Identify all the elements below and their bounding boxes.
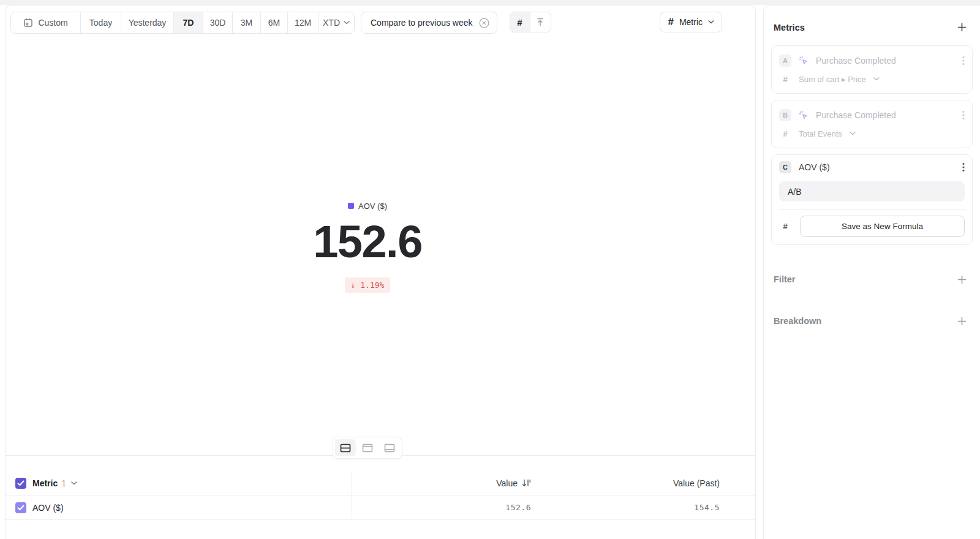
select-all-checkbox[interactable]	[15, 478, 26, 489]
aggregation-dropdown[interactable]: # Total Events	[779, 128, 965, 139]
aggregation-label: Total Events	[799, 129, 842, 138]
metric-options-icon[interactable]	[962, 56, 965, 66]
event-icon	[799, 110, 809, 120]
save-as-new-formula-button[interactable]: Save as New Formula	[800, 216, 965, 237]
remove-compare-icon[interactable]	[478, 17, 490, 29]
metrics-title: Metrics	[774, 23, 805, 32]
value-past-column-header[interactable]: Value (Past)	[673, 478, 720, 488]
hash-icon: #	[779, 222, 791, 231]
compare-chip-label: Compare to previous week	[371, 18, 473, 28]
layout-chart-only-button[interactable]	[357, 439, 378, 456]
layout-switcher	[333, 437, 402, 459]
toolbar: Custom Today Yesterday 7D 30D 3M 6M 12M …	[10, 12, 750, 34]
metric-options-icon[interactable]	[962, 162, 965, 172]
filter-section-header: Filter	[774, 272, 968, 287]
arrow-up-bar-icon	[536, 17, 545, 27]
range-30d-button[interactable]: 30D	[203, 12, 233, 33]
legend-label: AOV ($)	[358, 202, 387, 211]
chevron-down-icon[interactable]	[71, 481, 77, 485]
metric-card-c[interactable]: C AOV ($) A/B # Save as New Formula	[771, 154, 973, 245]
layout-table-only-button[interactable]	[379, 439, 400, 456]
layout-split-horizontal-button[interactable]	[335, 439, 356, 456]
metric-count: 1	[61, 478, 66, 488]
filter-title: Filter	[774, 274, 795, 284]
range-today-button[interactable]: Today	[81, 12, 121, 33]
range-6m-button[interactable]: 6M	[261, 12, 288, 33]
row-metric-name: AOV ($)	[32, 503, 64, 513]
breakdown-section-header: Breakdown	[774, 314, 968, 328]
metric-dropdown-label: Metric	[679, 17, 703, 27]
query-builder-sidebar: Metrics A Purchase Completed # Sum of ca…	[763, 5, 980, 539]
value-display-toggle: #	[510, 12, 551, 32]
add-breakdown-button[interactable]	[956, 315, 968, 327]
metric-event-name: Purchase Completed	[816, 110, 896, 120]
sort-descending-icon	[522, 479, 531, 487]
delta-badge: ↓ 1.19%	[345, 277, 391, 293]
card-divider	[779, 209, 965, 210]
metrics-section-header: Metrics	[774, 21, 968, 33]
compare-chip[interactable]: Compare to previous week	[361, 12, 497, 34]
breakdown-title: Breakdown	[774, 316, 821, 326]
table-row[interactable]: AOV ($) 152.6 154.5	[6, 496, 755, 520]
hash-icon: #	[517, 17, 522, 28]
metric-event-name: Purchase Completed	[816, 56, 896, 66]
main-panel: Custom Today Yesterday 7D 30D 3M 6M 12M …	[5, 5, 756, 539]
hash-icon: #	[779, 75, 791, 84]
metric-badge: C	[779, 161, 791, 173]
aggregation-label: Sum of cart ▸ Price	[799, 75, 866, 84]
calendar-icon	[23, 18, 33, 28]
add-metric-button[interactable]	[956, 21, 968, 33]
chevron-down-icon	[708, 20, 714, 24]
legend-color-swatch	[348, 203, 354, 209]
range-label: Custom	[38, 18, 67, 28]
add-filter-button[interactable]	[956, 274, 968, 285]
metric-card-a[interactable]: A Purchase Completed # Sum of cart ▸ Pri…	[771, 45, 973, 94]
range-7d-button[interactable]: 7D	[174, 12, 203, 33]
event-icon	[799, 56, 809, 66]
value-column-header[interactable]: Value	[496, 478, 531, 488]
chevron-down-icon	[873, 77, 880, 81]
chevron-down-icon	[344, 21, 350, 24]
chevron-down-icon	[850, 132, 856, 135]
metric-dropdown-button[interactable]: # Metric	[660, 12, 722, 32]
range-12m-button[interactable]: 12M	[288, 12, 318, 33]
metric-column-header: Metric	[32, 478, 58, 488]
number-format-button[interactable]: #	[510, 12, 530, 32]
range-xtd-button[interactable]: XTD	[318, 12, 354, 33]
row-value: 152.6	[505, 503, 531, 512]
range-yesterday-button[interactable]: Yesterday	[121, 12, 174, 33]
hash-icon: #	[668, 16, 673, 28]
formula-input[interactable]: A/B	[779, 181, 965, 202]
sort-to-top-button[interactable]	[530, 12, 551, 32]
metric-badge: A	[779, 55, 791, 67]
range-custom-button[interactable]: Custom	[11, 12, 81, 33]
date-range-picker: Custom Today Yesterday 7D 30D 3M 6M 12M …	[10, 12, 355, 34]
metric-card-b[interactable]: B Purchase Completed # Total Events	[771, 100, 973, 148]
page-top-strip	[0, 0, 980, 5]
metric-options-icon[interactable]	[962, 110, 965, 120]
formula-metric-name: AOV ($)	[799, 162, 830, 172]
metric-value: 152.6	[6, 219, 729, 265]
results-table: Metric 1 Value Value (Past) AOV ($)	[6, 471, 755, 520]
hash-icon: #	[779, 129, 791, 138]
table-header-row: Metric 1 Value Value (Past)	[6, 471, 755, 496]
chart-legend: AOV ($)	[348, 202, 387, 211]
row-checkbox[interactable]	[15, 502, 26, 513]
row-value-past: 154.5	[694, 503, 720, 512]
metric-badge: B	[779, 109, 791, 121]
big-number-chart: AOV ($) 152.6 ↓ 1.19%	[6, 200, 729, 293]
range-3m-button[interactable]: 3M	[233, 12, 261, 33]
aggregation-dropdown[interactable]: # Sum of cart ▸ Price	[779, 74, 965, 85]
